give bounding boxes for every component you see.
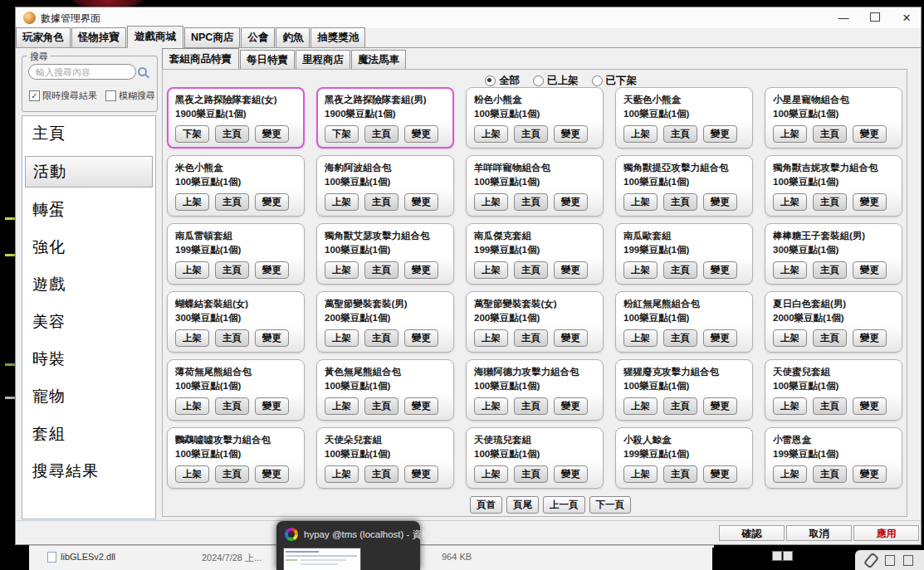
notes-icon[interactable]: [885, 555, 895, 566]
product-action-button[interactable]: 上架: [623, 261, 658, 279]
top-tab-3[interactable]: NPC商店: [184, 27, 240, 47]
product-action-button[interactable]: 上架: [325, 193, 359, 211]
product-change-button[interactable]: 變更: [554, 125, 588, 143]
shop-tab-0[interactable]: 套組商品特賣: [162, 48, 239, 71]
product-action-button[interactable]: 下架: [325, 125, 359, 143]
sidebar-item-8[interactable]: 套組: [25, 419, 153, 449]
product-change-button[interactable]: 變更: [554, 465, 588, 483]
product-change-button[interactable]: 變更: [853, 125, 887, 143]
product-change-button[interactable]: 變更: [255, 397, 289, 415]
product-change-button[interactable]: 變更: [853, 193, 887, 211]
search-input[interactable]: [28, 64, 136, 80]
product-home-button[interactable]: 主頁: [364, 125, 398, 143]
product-home-button[interactable]: 主頁: [215, 193, 249, 211]
sidebar-item-5[interactable]: 美容: [25, 307, 153, 337]
product-home-button[interactable]: 主頁: [813, 465, 847, 483]
product-change-button[interactable]: 變更: [255, 261, 289, 279]
sidebar-item-3[interactable]: 強化: [25, 232, 153, 262]
product-home-button[interactable]: 主頁: [514, 193, 548, 211]
product-action-button[interactable]: 上架: [474, 465, 508, 483]
product-change-button[interactable]: 變更: [703, 329, 737, 347]
product-action-button[interactable]: 上架: [773, 193, 807, 211]
product-home-button[interactable]: 主頁: [813, 193, 847, 211]
product-change-button[interactable]: 變更: [255, 193, 289, 211]
product-change-button[interactable]: 變更: [853, 465, 887, 483]
product-change-button[interactable]: 變更: [554, 329, 588, 347]
product-action-button[interactable]: 上架: [623, 329, 658, 347]
product-home-button[interactable]: 主頁: [514, 329, 548, 347]
product-home-button[interactable]: 主頁: [215, 465, 249, 483]
product-action-button[interactable]: 上架: [623, 125, 658, 143]
product-home-button[interactable]: 主頁: [663, 329, 697, 347]
product-home-button[interactable]: 主頁: [215, 329, 249, 347]
product-home-button[interactable]: 主頁: [364, 397, 398, 415]
taskbar-thumbnail-popup[interactable]: hypay @tms (localhost) - 資料...: [276, 521, 420, 570]
product-action-button[interactable]: 上架: [175, 329, 209, 347]
close-icon[interactable]: ✕: [899, 12, 914, 24]
product-home-button[interactable]: 主頁: [813, 261, 847, 279]
product-change-button[interactable]: 變更: [404, 193, 438, 211]
sidebar-item-7[interactable]: 寵物: [25, 382, 153, 412]
product-home-button[interactable]: 主頁: [514, 397, 548, 415]
product-home-button[interactable]: 主頁: [813, 397, 847, 415]
product-home-button[interactable]: 主頁: [514, 125, 548, 143]
product-action-button[interactable]: 上架: [623, 465, 658, 483]
product-home-button[interactable]: 主頁: [364, 193, 398, 211]
product-change-button[interactable]: 變更: [703, 261, 737, 279]
product-home-button[interactable]: 主頁: [663, 125, 697, 143]
top-tab-4[interactable]: 公會: [241, 27, 275, 47]
top-tab-1[interactable]: 怪物掉寶: [71, 27, 126, 47]
filter-radio-2[interactable]: 已下架: [592, 74, 638, 88]
confirm-button[interactable]: 確認: [719, 525, 785, 541]
sidebar-item-4[interactable]: 遊戲: [25, 270, 153, 300]
product-change-button[interactable]: 變更: [404, 125, 438, 143]
search-icon[interactable]: [138, 67, 150, 80]
shop-tab-2[interactable]: 里程商店: [296, 50, 350, 70]
product-home-button[interactable]: 主頁: [663, 193, 697, 211]
product-action-button[interactable]: 上架: [623, 193, 658, 211]
top-tab-5[interactable]: 釣魚: [276, 27, 310, 47]
top-tab-2[interactable]: 遊戲商城: [127, 26, 183, 48]
product-action-button[interactable]: 上架: [175, 261, 209, 279]
product-action-button[interactable]: 上架: [623, 397, 658, 415]
product-change-button[interactable]: 變更: [703, 193, 737, 211]
product-change-button[interactable]: 變更: [554, 261, 588, 279]
product-action-button[interactable]: 上架: [773, 329, 807, 347]
shop-tab-3[interactable]: 魔法馬車: [351, 50, 406, 70]
product-change-button[interactable]: 變更: [554, 397, 588, 415]
product-home-button[interactable]: 主頁: [364, 261, 398, 279]
sidebar-item-0[interactable]: 主頁: [25, 119, 153, 149]
product-action-button[interactable]: 上架: [474, 397, 508, 415]
product-change-button[interactable]: 變更: [255, 465, 289, 483]
product-change-button[interactable]: 變更: [853, 261, 887, 279]
page-last-button[interactable]: 頁尾: [506, 496, 539, 514]
product-action-button[interactable]: 上架: [325, 329, 359, 347]
top-tab-6[interactable]: 抽獎獎池: [310, 27, 365, 47]
page-first-button[interactable]: 頁首: [470, 496, 502, 514]
filter-radio-0[interactable]: 全部: [485, 74, 520, 88]
product-change-button[interactable]: 變更: [404, 397, 438, 415]
product-change-button[interactable]: 變更: [404, 329, 438, 347]
sidebar-item-1[interactable]: 活動: [25, 156, 153, 188]
product-change-button[interactable]: 變更: [404, 465, 438, 483]
product-home-button[interactable]: 主頁: [663, 397, 697, 415]
product-action-button[interactable]: 上架: [474, 125, 508, 143]
product-change-button[interactable]: 變更: [703, 125, 737, 143]
product-action-button[interactable]: 上架: [325, 397, 359, 415]
sidebar-item-6[interactable]: 時裝: [25, 344, 153, 374]
product-change-button[interactable]: 變更: [703, 397, 737, 415]
page-prev-button[interactable]: 上一頁: [543, 496, 585, 514]
product-home-button[interactable]: 主頁: [215, 397, 249, 415]
product-action-button[interactable]: 上架: [773, 261, 807, 279]
product-home-button[interactable]: 主頁: [514, 261, 548, 279]
product-change-button[interactable]: 變更: [554, 193, 588, 211]
window-icon[interactable]: [783, 551, 793, 561]
popup-window-preview[interactable]: [283, 548, 361, 570]
search-checkbox-0[interactable]: ✓限時搜尋結果: [29, 90, 97, 102]
product-home-button[interactable]: 主頁: [663, 261, 697, 279]
filter-radio-1[interactable]: 已上架: [533, 74, 579, 88]
top-tab-0[interactable]: 玩家角色: [16, 27, 71, 47]
product-home-button[interactable]: 主頁: [215, 261, 249, 279]
cancel-button[interactable]: 取消: [786, 525, 852, 541]
product-action-button[interactable]: 上架: [773, 465, 807, 483]
